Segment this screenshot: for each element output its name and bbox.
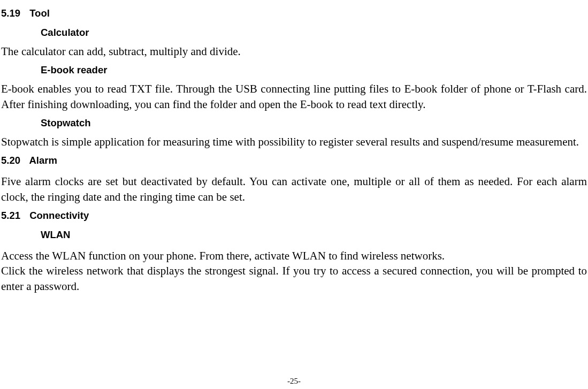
section-title: Tool (29, 7, 50, 19)
section-title: Alarm (29, 155, 57, 166)
section-5-19-heading: 5.19 Tool (1, 7, 587, 19)
ebook-heading: E-book reader (41, 64, 587, 76)
page-number: -25- (287, 377, 301, 386)
section-title: Connectivity (29, 210, 89, 221)
section-5-20-heading: 5.20 Alarm (1, 155, 587, 166)
stopwatch-text: Stopwatch is simple application for meas… (1, 134, 587, 149)
section-5-21-heading: 5.21 Connectivity (1, 210, 587, 222)
section-number: 5.19 (1, 7, 20, 19)
wlan-text-1: Access the WLAN function on your phone. … (1, 248, 587, 263)
section-number: 5.20 (1, 155, 20, 166)
wlan-text-2: Click the wireless network that displays… (1, 263, 587, 294)
wlan-heading: WLAN (41, 229, 587, 241)
alarm-text: Five alarm clocks are set but deactivate… (1, 174, 587, 204)
stopwatch-heading: Stopwatch (41, 117, 587, 129)
calculator-text: The calculator can add, subtract, multip… (1, 44, 587, 59)
ebook-text: E-book enables you to read TXT file. Thr… (1, 81, 587, 112)
calculator-heading: Calculator (41, 27, 587, 39)
section-number: 5.21 (1, 210, 20, 222)
